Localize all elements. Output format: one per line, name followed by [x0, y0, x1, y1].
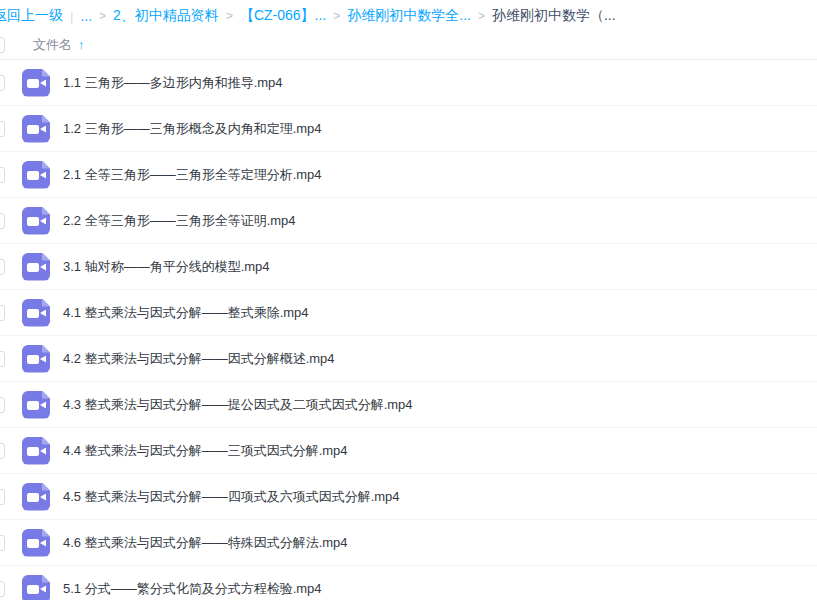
video-file-icon	[22, 207, 50, 235]
breadcrumb-separator: >	[333, 9, 340, 23]
row-checkbox[interactable]	[0, 397, 5, 413]
row-checkbox[interactable]	[0, 75, 5, 91]
video-file-icon	[22, 575, 50, 600]
breadcrumb-item-3[interactable]: 孙维刚初中数学全...	[347, 7, 471, 25]
row-checkbox[interactable]	[0, 305, 5, 321]
breadcrumb-separator: >	[226, 9, 233, 23]
breadcrumb-item-1[interactable]: 2、初中精品资料	[113, 7, 219, 25]
file-name-link[interactable]: 2.2 全等三角形——三角形全等证明.mp4	[63, 212, 296, 230]
breadcrumb-separator: >	[478, 9, 485, 23]
video-file-icon	[22, 69, 50, 97]
video-file-icon	[22, 115, 50, 143]
file-name-link[interactable]: 1.1 三角形——多边形内角和推导.mp4	[63, 74, 283, 92]
video-file-icon	[22, 345, 50, 373]
file-name-link[interactable]: 4.1 整式乘法与因式分解——整式乘除.mp4	[63, 304, 309, 322]
row-checkbox[interactable]	[0, 443, 5, 459]
breadcrumb-collapsed[interactable]: ...	[80, 8, 92, 24]
row-checkbox[interactable]	[0, 213, 5, 229]
breadcrumb: 返回上一级 | ... > 2、初中精品资料 > 【CZ-066】... > 孙…	[0, 0, 817, 30]
file-row[interactable]: 2.2 全等三角形——三角形全等证明.mp4	[0, 198, 817, 244]
back-link[interactable]: 返回上一级	[0, 7, 63, 25]
file-name-link[interactable]: 4.6 整式乘法与因式分解——特殊因式分解法.mp4	[63, 534, 348, 552]
video-file-icon	[22, 437, 50, 465]
row-checkbox[interactable]	[0, 581, 5, 597]
sort-ascending-icon[interactable]: ↑	[78, 37, 85, 52]
file-row[interactable]: 1.1 三角形——多边形内角和推导.mp4	[0, 60, 817, 106]
file-row[interactable]: 1.2 三角形——三角形概念及内角和定理.mp4	[0, 106, 817, 152]
file-name-link[interactable]: 4.4 整式乘法与因式分解——三项式因式分解.mp4	[63, 442, 348, 460]
select-all-checkbox[interactable]	[0, 37, 5, 53]
row-checkbox[interactable]	[0, 121, 5, 137]
file-row[interactable]: 4.1 整式乘法与因式分解——整式乘除.mp4	[0, 290, 817, 336]
file-name-link[interactable]: 5.1 分式——繁分式化简及分式方程检验.mp4	[63, 580, 322, 598]
breadcrumb-current: 孙维刚初中数学（...	[492, 7, 616, 25]
video-file-icon	[22, 299, 50, 327]
file-name-link[interactable]: 3.1 轴对称——角平分线的模型.mp4	[63, 258, 270, 276]
file-row[interactable]: 4.4 整式乘法与因式分解——三项式因式分解.mp4	[0, 428, 817, 474]
video-file-icon	[22, 483, 50, 511]
filename-column-header[interactable]: 文件名	[33, 36, 72, 54]
row-checkbox[interactable]	[0, 259, 5, 275]
file-list: 1.1 三角形——多边形内角和推导.mp4 1.2 三角形——三角形概念及内角和…	[0, 60, 817, 600]
file-row[interactable]: 3.1 轴对称——角平分线的模型.mp4	[0, 244, 817, 290]
video-file-icon	[22, 253, 50, 281]
video-file-icon	[22, 529, 50, 557]
row-checkbox[interactable]	[0, 167, 5, 183]
file-list-header: 文件名 ↑	[0, 30, 817, 60]
row-checkbox[interactable]	[0, 351, 5, 367]
row-checkbox[interactable]	[0, 489, 5, 505]
breadcrumb-pipe: |	[70, 9, 73, 24]
file-name-link[interactable]: 4.2 整式乘法与因式分解——因式分解概述.mp4	[63, 350, 335, 368]
breadcrumb-separator: >	[99, 9, 106, 23]
video-file-icon	[22, 391, 50, 419]
file-row[interactable]: 5.1 分式——繁分式化简及分式方程检验.mp4	[0, 566, 817, 600]
file-row[interactable]: 4.2 整式乘法与因式分解——因式分解概述.mp4	[0, 336, 817, 382]
file-name-link[interactable]: 4.3 整式乘法与因式分解——提公因式及二项式因式分解.mp4	[63, 396, 413, 414]
file-row[interactable]: 4.6 整式乘法与因式分解——特殊因式分解法.mp4	[0, 520, 817, 566]
file-name-link[interactable]: 1.2 三角形——三角形概念及内角和定理.mp4	[63, 120, 322, 138]
video-file-icon	[22, 161, 50, 189]
file-name-link[interactable]: 4.5 整式乘法与因式分解——四项式及六项式因式分解.mp4	[63, 488, 400, 506]
file-row[interactable]: 4.3 整式乘法与因式分解——提公因式及二项式因式分解.mp4	[0, 382, 817, 428]
breadcrumb-item-2[interactable]: 【CZ-066】...	[240, 7, 326, 25]
file-name-link[interactable]: 2.1 全等三角形——三角形全等定理分析.mp4	[63, 166, 322, 184]
row-checkbox[interactable]	[0, 535, 5, 551]
file-row[interactable]: 4.5 整式乘法与因式分解——四项式及六项式因式分解.mp4	[0, 474, 817, 520]
file-row[interactable]: 2.1 全等三角形——三角形全等定理分析.mp4	[0, 152, 817, 198]
